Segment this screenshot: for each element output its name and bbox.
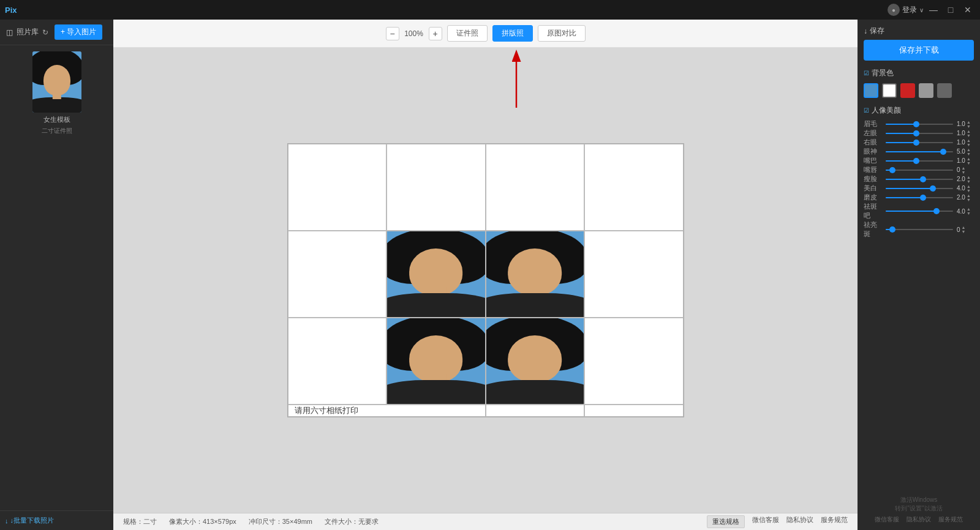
sidebar-top: ◫ 照片库 ↻ + 导入图片 [0,20,113,45]
close-button[interactable]: ✕ [960,2,975,17]
file-size-label: 文件大小：无要求 [325,517,379,526]
bg-section: ☑ 背景色 [864,68,974,98]
maximize-button[interactable]: □ [943,2,958,17]
user-avatar-icon: ● [888,4,900,16]
zoom-value: 100% [402,29,426,38]
photo-cell-r2c4 [584,231,684,318]
photo-type: 二寸证件照 [42,127,72,135]
save-header: ↓ 保存 [864,26,974,36]
bottom-link-row: 微信客服 隐私协议 服务规范 [864,515,974,524]
beauty-row-1: 左眼1.0▲▼ [864,129,974,138]
bg-color-blue[interactable] [864,83,878,98]
beauty-row-9: 祛斑吧4.0▲▼ [864,202,974,220]
beauty-label-7: 美白 [864,184,882,193]
beauty-value-8: 2.0▲▼ [957,193,974,202]
wechat-service-link[interactable]: 微信客服 [875,515,899,524]
right-panel: ↓ 保存 保存并下载 ☑ 背景色 ☑ 人像美颜 [858,20,980,530]
minimize-button[interactable]: — [926,2,941,17]
slider-wrap-1[interactable] [886,129,953,138]
save-icon: ↓ [864,27,867,35]
slider-wrap-2[interactable] [886,138,953,147]
photo-cell-r2c3 [486,231,585,318]
photo-item[interactable]: 女生模板 二寸证件照 [6,51,107,135]
beauty-value-10: 0▲▼ [957,225,974,234]
sidebar-bottom: ↓ ↓批量下载照片 [0,510,113,530]
photo-grid: 女生模板 二寸证件照 [0,45,113,141]
beauty-label-8: 磨皮 [864,193,882,202]
beauty-row-2: 右眼1.0▲▼ [864,138,974,147]
beauty-row-7: 美白4.0▲▼ [864,184,974,193]
import-button[interactable]: + 导入图片 [55,24,102,40]
zoom-in-button[interactable]: + [429,27,442,40]
beauty-label-1: 左眼 [864,129,882,138]
status-bar: 规格：二寸 像素大小：413×579px 冲印尺寸：35×49mm 文件大小：无… [113,513,858,530]
wechat-service-link[interactable]: 微信客服 [752,515,779,528]
beauty-row-10: 祛亮斑0▲▼ [864,220,974,239]
center-area: − 100% + 证件照 拼版照 原图对比 [113,20,858,530]
service-link[interactable]: 服务规范 [821,515,848,528]
beauty-label-0: 眉毛 [864,119,882,129]
slider-wrap-8[interactable] [886,193,953,202]
photo-cell-r3c2 [386,318,486,405]
album-label: 照片库 [17,27,39,37]
layout-photo-button[interactable]: 拼版照 [492,25,533,42]
user-area[interactable]: ● 登录 ∨ [888,4,924,16]
bg-color-red[interactable] [900,83,915,98]
portrait-r3c3 [486,318,584,404]
print-size-label: 冲印尺寸：35×49mm [249,517,312,526]
slider-wrap-4[interactable] [886,157,953,165]
left-sidebar: ◫ 照片库 ↻ + 导入图片 女生模板 二寸证件照 [0,20,113,530]
slider-wrap-10[interactable] [886,225,953,234]
photo-cell-r1c1 [288,144,387,231]
photo-cell-r3c3 [486,318,585,405]
pixel-size-label: 像素大小：413×579px [169,517,236,526]
beauty-value-2: 1.0▲▼ [957,138,974,147]
batch-download-link[interactable]: ↓ ↓批量下载照片 [5,516,108,525]
bg-color-gray2[interactable] [937,83,952,98]
slider-wrap-7[interactable] [886,184,953,193]
slider-wrap-5[interactable] [886,166,953,174]
titlebar: Pix ● 登录 ∨ — □ ✕ [0,0,980,20]
beauty-value-5: 0▲▼ [957,166,974,174]
service-terms-link[interactable]: 服务规范 [938,515,963,524]
beauty-label-10: 祛亮斑 [864,220,882,239]
spec-label: 规格：二寸 [123,517,157,526]
slider-wrap-3[interactable] [886,147,953,156]
reselect-spec-button[interactable]: 重选规格 [707,515,745,528]
privacy-link[interactable]: 隐私协议 [786,515,813,528]
chevron-down-icon: ∨ [919,7,924,13]
save-download-button[interactable]: 保存并下载 [864,40,974,61]
canvas-area: 请用六寸相纸打印 [113,48,858,513]
zoom-out-button[interactable]: − [386,27,399,40]
beauty-section: ☑ 人像美颜 眉毛1.0▲▼左眼1.0▲▼右眼1.0▲▼眼神5.0▲▼嘴巴1.0… [864,105,974,239]
refresh-icon[interactable]: ↻ [42,28,48,37]
beauty-row-6: 瘦脸2.0▲▼ [864,174,974,184]
compare-photo-button[interactable]: 原图对比 [538,25,586,42]
beauty-label-2: 右眼 [864,138,882,147]
certificate-photo-button[interactable]: 证件照 [447,25,488,42]
user-login-label[interactable]: 登录 [902,5,917,15]
photo-cell-r1c4 [584,144,684,231]
bg-colors [864,83,974,98]
slider-wrap-9[interactable] [886,207,953,215]
beauty-value-7: 4.0▲▼ [957,184,974,193]
slider-wrap-6[interactable] [886,175,953,184]
bg-color-gray1[interactable] [919,83,933,98]
photo-cell-r4c4 [584,405,684,417]
app-logo: Pix [5,6,17,15]
beauty-value-6: 2.0▲▼ [957,175,974,184]
photo-thumbnail [32,51,81,113]
beauty-label-3: 眼神 [864,147,882,156]
status-right: 重选规格 微信客服 隐私协议 服务规范 [707,515,848,528]
privacy-policy-link[interactable]: 隐私协议 [907,515,931,524]
main-layout: ◫ 照片库 ↻ + 导入图片 女生模板 二寸证件照 [0,20,980,530]
beauty-label-4: 嘴巴 [864,156,882,165]
sliders-container: 眉毛1.0▲▼左眼1.0▲▼右眼1.0▲▼眼神5.0▲▼嘴巴1.0▲▼嘴唇0▲▼… [864,119,974,239]
beauty-value-3: 5.0▲▼ [957,147,974,156]
bottom-links: 激活Windows 转到"设置"以激活 微信客服 隐私协议 服务规范 [864,491,974,524]
beauty-row-4: 嘴巴1.0▲▼ [864,156,974,165]
bg-color-white[interactable] [882,83,897,98]
slider-wrap-0[interactable] [886,120,953,129]
beauty-value-1: 1.0▲▼ [957,129,974,138]
titlebar-right: ● 登录 ∨ — □ ✕ [888,2,975,17]
